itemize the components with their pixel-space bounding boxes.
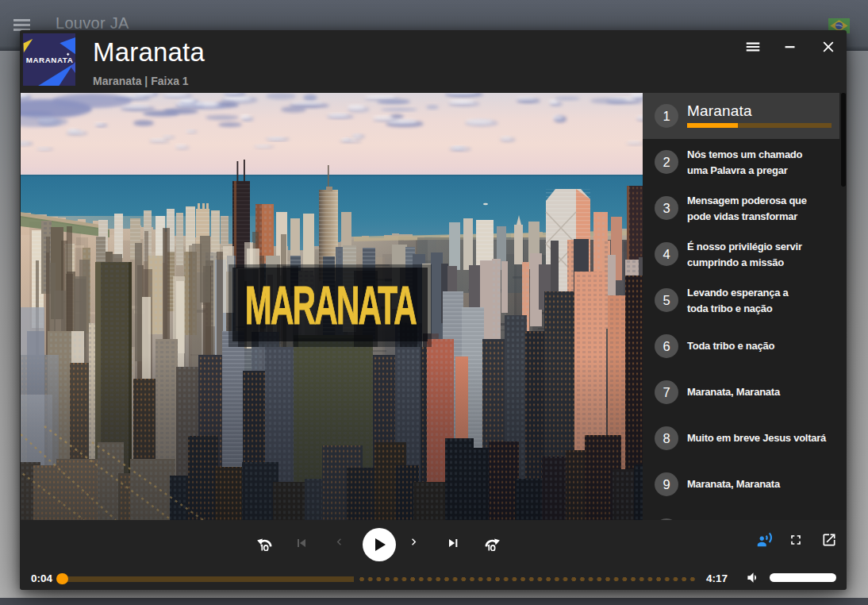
svg-text:MARANATA: MARANATA [26,56,74,64]
